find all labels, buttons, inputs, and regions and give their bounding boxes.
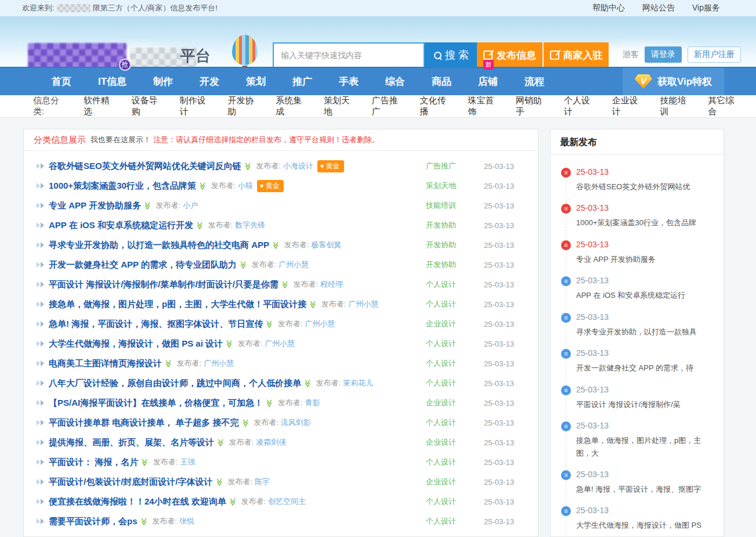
nav-item[interactable]: IT信息 — [85, 68, 140, 95]
listing-category-link[interactable]: 策划天地 — [426, 181, 484, 191]
post-title-link[interactable]: 谷歌外链SEO英文外链外贸网站优 — [576, 181, 714, 193]
post-title-link[interactable]: 1000+策划案涵盖30行业，包含品牌 — [576, 217, 714, 229]
publisher-link[interactable]: 广州小慧 — [265, 338, 295, 349]
register-button[interactable]: 新用户注册 — [688, 46, 741, 63]
category-link[interactable]: 软件精选 — [84, 95, 116, 117]
nav-item[interactable]: 开发 — [186, 68, 233, 95]
post-title-link[interactable]: 专业 APP 开发协助服务 — [576, 253, 714, 265]
post-title-link[interactable]: 开发一款健身社交 APP 的需求，待 — [576, 362, 714, 374]
nav-item[interactable]: 策划 — [233, 68, 279, 95]
category-link[interactable]: 开发协助 — [227, 95, 260, 117]
publisher-link[interactable]: 广州小慧 — [204, 358, 234, 369]
post-title-link[interactable]: 接急单，做海报，图片处理，p图，主图，大 — [576, 434, 714, 459]
publisher-link[interactable]: 流风剑影 — [281, 417, 311, 428]
category-link[interactable]: 系统集成 — [276, 95, 308, 117]
category-link[interactable]: 企业设计 — [612, 95, 645, 117]
listing-category-link[interactable]: 个人设计 — [426, 496, 484, 507]
listing-category-link[interactable]: 个人设计 — [426, 457, 484, 467]
category-link[interactable]: 技能培训 — [660, 95, 692, 117]
publisher-link[interactable]: 数字先锋 — [235, 220, 265, 230]
listing-category-link[interactable]: 企业设计 — [426, 319, 484, 329]
publisher-link[interactable]: 广州小慧 — [278, 260, 309, 270]
listing-category-link[interactable]: 个人设计 — [426, 516, 484, 527]
publisher-link[interactable]: 凌霜剑侠 — [256, 437, 286, 448]
publisher-link[interactable]: 王强 — [180, 457, 195, 467]
vip-service-link[interactable]: Vip服务 — [692, 3, 720, 13]
category-link[interactable]: 策划天地 — [324, 95, 356, 117]
category-link[interactable]: 网销助手 — [516, 95, 548, 117]
listing-category-link[interactable]: 企业设计 — [426, 477, 484, 487]
notice-text[interactable]: 我也要在这展示！ — [91, 135, 151, 145]
login-button[interactable]: 请登录 — [645, 46, 682, 63]
search-input[interactable] — [273, 42, 425, 67]
listing-category-link[interactable]: 个人设计 — [426, 338, 484, 349]
nav-item[interactable]: 推广 — [279, 68, 325, 95]
listing-category-link[interactable]: 技能培训 — [426, 200, 484, 211]
category-link[interactable]: 设备导购 — [132, 95, 164, 117]
category-link[interactable]: 广告推广 — [372, 95, 404, 117]
listing-category-link[interactable]: 开发协助 — [426, 240, 484, 250]
listing-title-link[interactable]: APP 在 iOS 和安卓系统稳定运行开发 — [49, 220, 193, 231]
listing-title-link[interactable]: 1000+策划案涵盖30行业，包含品牌策 — [49, 181, 196, 192]
listing-title-link[interactable]: 提供海报、画册、折页、展架、名片等设计 — [49, 437, 214, 448]
publisher-link[interactable]: 极客创翼 — [311, 240, 341, 250]
listing-category-link[interactable]: 开发协助 — [426, 260, 484, 270]
listing-category-link[interactable]: 个人设计 — [426, 279, 484, 290]
nav-item[interactable]: 店铺 — [465, 68, 511, 95]
listing-title-link[interactable]: 平面设计接单群 电商设计接单， 单子超多 接不完 — [49, 417, 239, 428]
listing-title-link[interactable]: 谷歌外链SEO英文外链外贸网站优化关键词反向链 — [49, 161, 241, 172]
publisher-link[interactable]: 陈宇 — [255, 477, 270, 487]
post-title-link[interactable]: APP 在 iOS 和安卓系统稳定运行 — [576, 289, 714, 301]
listing-title-link[interactable]: 开发一款健身社交 APP 的需求，待专业团队助力 — [49, 260, 237, 271]
nav-item[interactable]: 手表 — [325, 68, 372, 95]
listing-title-link[interactable]: 专业 APP 开发协助服务 — [49, 200, 141, 211]
category-link[interactable]: 珠宝首饰 — [468, 95, 500, 117]
category-link[interactable]: 文化传播 — [420, 95, 453, 117]
merchant-join-button[interactable]: 商家入驻 — [544, 42, 609, 67]
listing-category-link[interactable]: 企业设计 — [426, 398, 484, 408]
category-link[interactable]: 制作设计 — [180, 95, 212, 117]
publisher-link[interactable]: 小海设计 — [283, 161, 313, 171]
post-title-link[interactable]: 大学生代做海报，海报设计，做图 PS — [576, 519, 714, 531]
listing-title-link[interactable]: 平面设计： 海报，名片 — [49, 457, 138, 468]
category-link[interactable]: 个人设计 — [564, 95, 596, 117]
publisher-link[interactable]: 张悦 — [179, 516, 194, 527]
search-button[interactable]: 搜 索 — [425, 42, 478, 67]
listing-title-link[interactable]: 便宜接在线做海报啦！！24小时在线 欢迎询单 — [49, 496, 226, 507]
listing-title-link[interactable]: 急单! 海报，平面设计，海报、抠图字体设计、节日宣传 — [49, 319, 263, 330]
listing-title-link[interactable]: 需要平面设计师，会ps — [49, 516, 138, 527]
post-title-link[interactable]: 急单! 海报，平面设计，海报、抠图字 — [576, 483, 714, 495]
publisher-link[interactable]: 小猫 — [238, 181, 253, 191]
nav-item[interactable]: 综合 — [372, 68, 418, 95]
listing-title-link[interactable]: 大学生代做海报，海报设计，做图 PS ai 设计 — [49, 338, 223, 349]
listing-title-link[interactable]: 八年大厂设计经验，原创自由设计师，跳过中间商，个人低价接单 — [49, 378, 301, 389]
listing-title-link[interactable]: 平面设计/包装设计/封底封面设计/字体设计 — [49, 477, 213, 488]
listing-category-link[interactable]: 个人设计 — [426, 358, 484, 369]
listing-category-link[interactable]: 个人设计 — [426, 299, 484, 309]
listing-title-link[interactable]: 寻求专业开发协助，以打造一款独具特色的社交电商 APP — [49, 240, 269, 251]
nav-item[interactable]: 商品 — [418, 68, 465, 95]
post-title-link[interactable]: 寻求专业开发协助，以打造一款独具 — [576, 326, 714, 338]
publisher-link[interactable]: 广州小慧 — [348, 299, 378, 309]
publisher-link[interactable]: 广州小慧 — [305, 319, 335, 329]
listing-title-link[interactable]: 电商美工主图详情页海报设计 — [49, 358, 162, 369]
nav-item[interactable]: 流程 — [511, 68, 558, 95]
publisher-link[interactable]: 程经理 — [320, 279, 343, 290]
listing-title-link[interactable]: 接急单，做海报，图片处理，p图，主图，大学生代做！平面设计接 — [49, 299, 306, 310]
listing-category-link[interactable]: 个人设计 — [426, 417, 484, 428]
publisher-link[interactable]: 创艺空间主 — [268, 496, 306, 507]
nav-item[interactable]: 首页 — [38, 68, 85, 95]
post-title-link[interactable]: 平面设计 海报设计/海报制作/菜 — [576, 398, 714, 410]
listing-title-link[interactable]: 【PS/AI海报平面设计】在线接单，价格便宜，可加急！ — [49, 398, 263, 409]
publisher-link[interactable]: 青影 — [305, 398, 320, 408]
nav-item[interactable]: 制作 — [140, 68, 186, 95]
listing-category-link[interactable]: 个人设计 — [426, 378, 484, 388]
get-vip-button[interactable]: V 获取Vip特权 — [623, 68, 724, 95]
listing-category-link[interactable]: 企业设计 — [426, 437, 484, 448]
listing-category-link[interactable]: 开发协助 — [426, 220, 484, 230]
listing-title-link[interactable]: 平面设计 海报设计/海报制作/菜单制作/封面设计/只要是你需 — [49, 279, 278, 290]
help-center-link[interactable]: 帮助中心 — [592, 3, 625, 13]
listing-category-link[interactable]: 广告推广 — [426, 161, 484, 171]
site-announcement-link[interactable]: 网站公告 — [642, 3, 675, 13]
category-link[interactable]: 其它综合 — [708, 95, 740, 117]
